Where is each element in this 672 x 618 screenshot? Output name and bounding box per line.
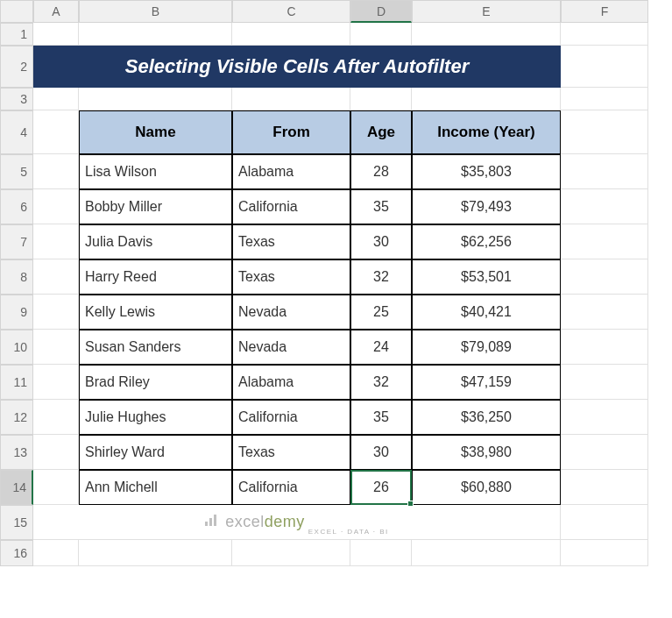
cell-f14[interactable]: [561, 470, 648, 505]
cell-a3[interactable]: [33, 88, 79, 110]
col-header-d[interactable]: D: [350, 0, 412, 23]
col-header-c[interactable]: C: [232, 0, 350, 23]
row-header-12[interactable]: 12: [0, 400, 33, 435]
cell-a11[interactable]: [33, 365, 79, 400]
table-cell-age[interactable]: 24: [350, 330, 412, 365]
cell-f4[interactable]: [561, 110, 648, 154]
cell-a10[interactable]: [33, 330, 79, 365]
col-header-f[interactable]: F: [561, 0, 648, 23]
cell-a9[interactable]: [33, 295, 79, 330]
cell-f1[interactable]: [561, 23, 648, 46]
row-header-13[interactable]: 13: [0, 435, 33, 470]
col-header-b[interactable]: B: [79, 0, 232, 23]
cell-a5[interactable]: [33, 154, 79, 189]
cell-d3[interactable]: [350, 88, 412, 110]
row-header-11[interactable]: 11: [0, 365, 33, 400]
cell-f9[interactable]: [561, 295, 648, 330]
table-cell-age[interactable]: 32: [350, 259, 412, 295]
select-all-corner[interactable]: [0, 0, 33, 23]
table-cell-name[interactable]: Julia Davis: [79, 224, 232, 259]
table-cell-age[interactable]: 35: [350, 189, 412, 224]
cell-a13[interactable]: [33, 435, 79, 470]
table-cell-name[interactable]: Kelly Lewis: [79, 295, 232, 330]
row-header-3[interactable]: 3: [0, 88, 33, 110]
table-cell-income[interactable]: $79,089: [412, 330, 561, 365]
row-header-16[interactable]: 16: [0, 540, 33, 566]
col-header-e[interactable]: E: [412, 0, 561, 23]
cell-d1[interactable]: [350, 23, 412, 46]
row-header-8[interactable]: 8: [0, 259, 33, 295]
cell-e16[interactable]: [412, 540, 561, 566]
cell-e3[interactable]: [412, 88, 561, 110]
table-cell-name[interactable]: Lisa Wilson: [79, 154, 232, 189]
table-cell-name[interactable]: Susan Sanders: [79, 330, 232, 365]
cell-f7[interactable]: [561, 224, 648, 259]
row-header-10[interactable]: 10: [0, 330, 33, 365]
header-age[interactable]: Age: [350, 110, 412, 154]
cell-e1[interactable]: [412, 23, 561, 46]
cell-f2[interactable]: [561, 46, 648, 88]
cell-c3[interactable]: [232, 88, 350, 110]
table-cell-income[interactable]: $40,421: [412, 295, 561, 330]
cell-a6[interactable]: [33, 189, 79, 224]
table-cell-from[interactable]: California: [232, 470, 350, 505]
cell-c1[interactable]: [232, 23, 350, 46]
title-cell[interactable]: Selecting Visible Cells After Autofilter: [33, 46, 561, 88]
row-header-1[interactable]: 1: [0, 23, 33, 46]
table-cell-from[interactable]: Alabama: [232, 365, 350, 400]
table-cell-age[interactable]: 32: [350, 365, 412, 400]
cell-a8[interactable]: [33, 259, 79, 295]
table-cell-income[interactable]: $60,880: [412, 470, 561, 505]
table-cell-name[interactable]: Shirley Ward: [79, 435, 232, 470]
cell-b1[interactable]: [79, 23, 232, 46]
header-income[interactable]: Income (Year): [412, 110, 561, 154]
cell-a1[interactable]: [33, 23, 79, 46]
cell-b16[interactable]: [79, 540, 232, 566]
cell-f6[interactable]: [561, 189, 648, 224]
row-header-6[interactable]: 6: [0, 189, 33, 224]
table-cell-from[interactable]: Texas: [232, 224, 350, 259]
cell-f3[interactable]: [561, 88, 648, 110]
table-cell-from[interactable]: Texas: [232, 435, 350, 470]
table-cell-name[interactable]: Harry Reed: [79, 259, 232, 295]
table-cell-income[interactable]: $62,256: [412, 224, 561, 259]
fill-handle[interactable]: [407, 501, 414, 507]
table-cell-from[interactable]: Texas: [232, 259, 350, 295]
header-name[interactable]: Name: [79, 110, 232, 154]
table-cell-income[interactable]: $36,250: [412, 400, 561, 435]
table-cell-income[interactable]: $47,159: [412, 365, 561, 400]
table-cell-age[interactable]: 30: [350, 224, 412, 259]
table-cell-name[interactable]: Ann Michell: [79, 470, 232, 505]
cell-a4[interactable]: [33, 110, 79, 154]
cell-a7[interactable]: [33, 224, 79, 259]
row-header-15[interactable]: 15: [0, 505, 33, 540]
table-cell-from[interactable]: Nevada: [232, 295, 350, 330]
table-cell-name[interactable]: Julie Hughes: [79, 400, 232, 435]
cell-c16[interactable]: [232, 540, 350, 566]
table-cell-age[interactable]: 25: [350, 295, 412, 330]
cell-f11[interactable]: [561, 365, 648, 400]
row-header-9[interactable]: 9: [0, 295, 33, 330]
table-cell-name[interactable]: Bobby Miller: [79, 189, 232, 224]
row-header-2[interactable]: 2: [0, 46, 33, 88]
row-header-14[interactable]: 14: [0, 470, 33, 505]
cell-d16[interactable]: [350, 540, 412, 566]
row-header-4[interactable]: 4: [0, 110, 33, 154]
cell-a12[interactable]: [33, 400, 79, 435]
cell-f13[interactable]: [561, 435, 648, 470]
table-cell-income[interactable]: $53,501: [412, 259, 561, 295]
table-cell-income[interactable]: $38,980: [412, 435, 561, 470]
table-cell-from[interactable]: California: [232, 400, 350, 435]
cell-b3[interactable]: [79, 88, 232, 110]
table-cell-age[interactable]: 30: [350, 435, 412, 470]
cell-f16[interactable]: [561, 540, 648, 566]
row-header-5[interactable]: 5: [0, 154, 33, 189]
row-header-7[interactable]: 7: [0, 224, 33, 259]
table-cell-income[interactable]: $35,803: [412, 154, 561, 189]
table-cell-from[interactable]: California: [232, 189, 350, 224]
active-cell[interactable]: 26: [350, 470, 412, 505]
col-header-a[interactable]: A: [33, 0, 79, 23]
table-cell-income[interactable]: $79,493: [412, 189, 561, 224]
table-cell-from[interactable]: Nevada: [232, 330, 350, 365]
table-cell-name[interactable]: Brad Riley: [79, 365, 232, 400]
